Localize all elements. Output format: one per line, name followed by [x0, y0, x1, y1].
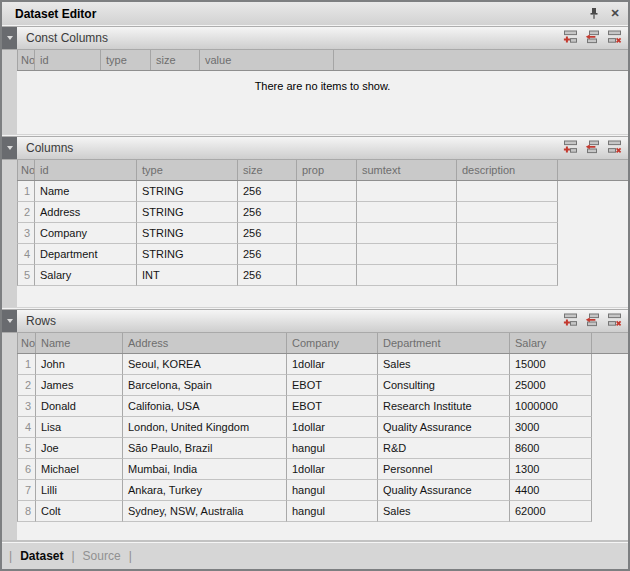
- table-cell[interactable]: [357, 202, 457, 223]
- row-number-cell[interactable]: 3: [17, 396, 36, 417]
- table-cell[interactable]: [297, 202, 357, 223]
- table-cell[interactable]: [357, 181, 457, 202]
- row-number-cell[interactable]: 3: [17, 223, 35, 244]
- delete-row-button[interactable]: [606, 140, 623, 156]
- table-cell[interactable]: STRING: [137, 223, 238, 244]
- tab-dataset[interactable]: Dataset: [20, 549, 63, 563]
- table-cell[interactable]: 1dollar: [287, 459, 378, 480]
- table-cell[interactable]: [297, 223, 357, 244]
- table-cell[interactable]: 25000: [510, 375, 592, 396]
- table-cell[interactable]: Personnel: [378, 459, 510, 480]
- insert-row-button[interactable]: [584, 30, 601, 46]
- table-cell[interactable]: 256: [238, 265, 297, 286]
- table-cell[interactable]: 256: [238, 244, 297, 265]
- column-header-size[interactable]: size: [151, 50, 200, 70]
- table-cell[interactable]: Donald: [36, 396, 123, 417]
- table-cell[interactable]: Sydney, NSW, Australia: [123, 501, 287, 522]
- table-cell[interactable]: Company: [35, 223, 137, 244]
- table-cell[interactable]: INT: [137, 265, 238, 286]
- table-cell[interactable]: Quality Assurance: [378, 480, 510, 501]
- tab-source[interactable]: Source: [83, 549, 121, 563]
- row-number-cell[interactable]: 1: [17, 181, 35, 202]
- table-row[interactable]: 1JohnSeoul, KOREA1dollarSales15000: [17, 354, 628, 375]
- column-header-description[interactable]: description: [457, 160, 558, 180]
- column-header-value[interactable]: value: [200, 50, 334, 70]
- collapse-rows-button[interactable]: [2, 310, 17, 332]
- column-header-no[interactable]: No: [17, 50, 35, 70]
- table-cell[interactable]: 1300: [510, 459, 592, 480]
- table-cell[interactable]: 15000: [510, 354, 592, 375]
- table-cell[interactable]: Address: [35, 202, 137, 223]
- table-cell[interactable]: [297, 181, 357, 202]
- table-cell[interactable]: 1dollar: [287, 417, 378, 438]
- table-cell[interactable]: 4400: [510, 480, 592, 501]
- row-number-cell[interactable]: 8: [17, 501, 36, 522]
- delete-row-button[interactable]: [606, 30, 623, 46]
- table-row[interactable]: 6MichaelMumbai, India1dollarPersonnel130…: [17, 459, 628, 480]
- table-cell[interactable]: hangul: [287, 501, 378, 522]
- column-header-id[interactable]: id: [35, 160, 137, 180]
- row-number-cell[interactable]: 5: [17, 438, 36, 459]
- table-row[interactable]: 8ColtSydney, NSW, AustraliahangulSales62…: [17, 501, 628, 522]
- insert-row-button[interactable]: [584, 140, 601, 156]
- table-cell[interactable]: 256: [238, 223, 297, 244]
- column-header-type[interactable]: type: [101, 50, 151, 70]
- table-row[interactable]: 5JoeSão Paulo, BrazilhangulR&D8600: [17, 438, 628, 459]
- row-number-cell[interactable]: 6: [17, 459, 36, 480]
- row-number-cell[interactable]: 7: [17, 480, 36, 501]
- table-cell[interactable]: [297, 244, 357, 265]
- row-number-cell[interactable]: 5: [17, 265, 35, 286]
- column-header-id[interactable]: id: [35, 50, 101, 70]
- table-cell[interactable]: London, United Kingdom: [123, 417, 287, 438]
- column-header-salary[interactable]: Salary: [510, 333, 592, 353]
- row-number-cell[interactable]: 4: [17, 417, 36, 438]
- table-cell[interactable]: [457, 181, 558, 202]
- table-cell[interactable]: 1dollar: [287, 354, 378, 375]
- table-row[interactable]: 7LilliAnkara, TurkeyhangulQuality Assura…: [17, 480, 628, 501]
- table-cell[interactable]: [357, 244, 457, 265]
- table-cell[interactable]: Quality Assurance: [378, 417, 510, 438]
- table-cell[interactable]: R&D: [378, 438, 510, 459]
- table-cell[interactable]: 1000000: [510, 396, 592, 417]
- table-cell[interactable]: Colt: [36, 501, 123, 522]
- column-header-name[interactable]: Name: [36, 333, 123, 353]
- row-number-cell[interactable]: 2: [17, 375, 36, 396]
- delete-row-button[interactable]: [606, 313, 623, 329]
- table-cell[interactable]: Califonia, USA: [123, 396, 287, 417]
- pin-icon[interactable]: [587, 7, 601, 21]
- column-header-no[interactable]: No: [17, 160, 35, 180]
- add-row-button[interactable]: [562, 140, 579, 156]
- table-cell[interactable]: [457, 244, 558, 265]
- table-cell[interactable]: James: [36, 375, 123, 396]
- table-cell[interactable]: [457, 202, 558, 223]
- column-header-type[interactable]: type: [137, 160, 238, 180]
- row-number-cell[interactable]: 4: [17, 244, 35, 265]
- table-row[interactable]: 1NameSTRING256: [17, 181, 628, 202]
- table-cell[interactable]: STRING: [137, 181, 238, 202]
- table-cell[interactable]: Michael: [36, 459, 123, 480]
- column-header-size[interactable]: size: [238, 160, 297, 180]
- table-cell[interactable]: Research Institute: [378, 396, 510, 417]
- table-cell[interactable]: STRING: [137, 244, 238, 265]
- table-cell[interactable]: STRING: [137, 202, 238, 223]
- table-row[interactable]: 2JamesBarcelona, SpainEBOTConsulting2500…: [17, 375, 628, 396]
- column-header-sumtext[interactable]: sumtext: [357, 160, 457, 180]
- table-cell[interactable]: Ankara, Turkey: [123, 480, 287, 501]
- table-cell[interactable]: 62000: [510, 501, 592, 522]
- table-row[interactable]: 5SalaryINT256: [17, 265, 628, 286]
- table-cell[interactable]: 8600: [510, 438, 592, 459]
- column-header-address[interactable]: Address: [123, 333, 287, 353]
- table-cell[interactable]: Name: [35, 181, 137, 202]
- table-cell[interactable]: 3000: [510, 417, 592, 438]
- table-cell[interactable]: EBOT: [287, 375, 378, 396]
- table-cell[interactable]: John: [36, 354, 123, 375]
- collapse-const-columns-button[interactable]: [2, 27, 17, 49]
- add-row-button[interactable]: [562, 313, 579, 329]
- table-row[interactable]: 3CompanySTRING256: [17, 223, 628, 244]
- table-cell[interactable]: São Paulo, Brazil: [123, 438, 287, 459]
- row-number-cell[interactable]: 2: [17, 202, 35, 223]
- insert-row-button[interactable]: [584, 313, 601, 329]
- table-cell[interactable]: [357, 265, 457, 286]
- table-cell[interactable]: Salary: [35, 265, 137, 286]
- table-cell[interactable]: Seoul, KOREA: [123, 354, 287, 375]
